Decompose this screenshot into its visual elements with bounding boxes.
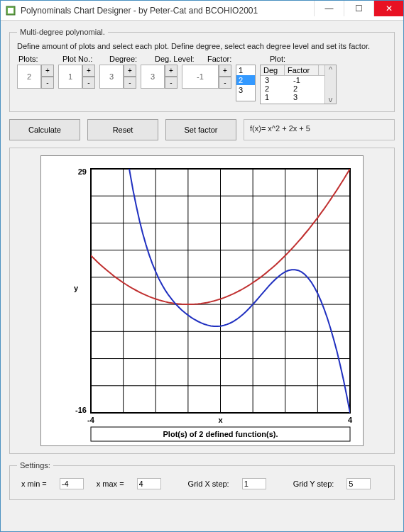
chart-frame: 29-16y-44xPlot(s) of 2 defined function(… xyxy=(9,148,395,454)
table-scrollbar[interactable]: ^v xyxy=(324,65,336,104)
factor-up-button[interactable]: + xyxy=(219,65,231,77)
deglevel-down-button[interactable]: - xyxy=(165,77,178,89)
plots-down-button[interactable]: - xyxy=(41,77,54,89)
app-icon xyxy=(5,5,16,16)
fx-display: f(x)= x^2 + 2x + 5 xyxy=(244,119,395,140)
plots-input[interactable] xyxy=(17,65,41,89)
degree-down-button[interactable]: - xyxy=(124,77,136,89)
plot-item-2[interactable]: 2 xyxy=(236,75,255,85)
client-area: Multi-degree polynomial. Define amount o… xyxy=(1,21,403,531)
window-title: Polynominals Chart Designer - by Peter-C… xyxy=(21,6,314,16)
app-window: Polynominals Chart Designer - by Peter-C… xyxy=(0,0,404,532)
plots-up-button[interactable]: + xyxy=(41,65,54,77)
xmin-input[interactable] xyxy=(60,478,84,489)
gridx-input[interactable] xyxy=(242,478,266,489)
factor-down-button[interactable]: - xyxy=(219,77,231,89)
header-deglevel: Deg. Level: xyxy=(155,55,203,63)
header-degree: Degree: xyxy=(109,55,151,63)
minimize-button[interactable]: — xyxy=(314,1,344,16)
header-factor: Factor: xyxy=(207,55,257,63)
window-controls: — ☐ ✕ xyxy=(314,1,403,20)
svg-text:Plot(s) of 2 defined function(: Plot(s) of 2 defined function(s). xyxy=(163,430,278,438)
xmax-input[interactable] xyxy=(137,478,161,489)
svg-text:4: 4 xyxy=(348,416,353,424)
deglevel-input[interactable] xyxy=(141,65,165,89)
column-headers: Plots: Plot No.: Degree: Deg. Level: Fac… xyxy=(17,55,387,63)
degree-input[interactable] xyxy=(99,65,124,89)
svg-text:-16: -16 xyxy=(75,406,87,414)
maximize-button[interactable]: ☐ xyxy=(344,1,373,16)
xmax-label: x max = xyxy=(97,480,124,488)
svg-text:y: y xyxy=(74,284,79,292)
header-plot: Plot: xyxy=(261,55,285,63)
deglevel-up-button[interactable]: + xyxy=(165,65,178,77)
degtable-header-factor: Factor xyxy=(285,65,319,75)
degree-stepper: + - xyxy=(99,65,136,89)
calculate-button[interactable]: Calculate xyxy=(9,119,80,140)
gridx-label: Grid X step: xyxy=(188,480,229,488)
chart-area: 29-16y-44xPlot(s) of 2 defined function(… xyxy=(40,155,364,446)
plotno-up-button[interactable]: + xyxy=(82,65,95,77)
title-bar: Polynominals Chart Designer - by Peter-C… xyxy=(1,1,403,21)
plotno-input[interactable] xyxy=(58,65,82,89)
settings-panel: Settings: x min = x max = Grid X step: G… xyxy=(9,461,395,500)
gridy-input[interactable] xyxy=(346,478,371,489)
factor-input[interactable] xyxy=(182,65,219,89)
svg-rect-1 xyxy=(8,8,13,13)
plot-item-3[interactable]: 3 xyxy=(236,85,255,95)
deglevel-stepper: + - xyxy=(141,65,178,89)
close-button[interactable]: ✕ xyxy=(373,1,403,16)
instruction-text: Define amount of plots and select each p… xyxy=(17,42,387,50)
plots-stepper: + - xyxy=(17,65,54,89)
header-plotno: Plot No.: xyxy=(62,55,105,63)
svg-text:-4: -4 xyxy=(87,416,95,424)
svg-text:x: x xyxy=(218,416,223,424)
degtable-header-deg: Deg xyxy=(261,65,285,75)
svg-text:29: 29 xyxy=(78,167,87,176)
polynomial-panel: Multi-degree polynomial. Define amount o… xyxy=(9,28,395,112)
controls-row: + - + - + - xyxy=(17,65,387,104)
gridy-label: Grid Y step: xyxy=(293,480,334,488)
plotno-stepper: + - xyxy=(58,65,95,89)
settings-legend: Settings: xyxy=(17,461,53,470)
degree-factor-table: Deg Factor 3 -1 2 2 1 3 ^v xyxy=(260,65,337,104)
header-plots: Plots: xyxy=(18,55,58,63)
reset-button[interactable]: Reset xyxy=(87,119,158,140)
degree-up-button[interactable]: + xyxy=(124,65,136,77)
factor-stepper: + - xyxy=(182,65,231,89)
xmin-label: x min = xyxy=(21,480,47,488)
polynomial-panel-legend: Multi-degree polynomial. xyxy=(17,28,108,36)
plot-item-1[interactable]: 1 xyxy=(236,65,255,75)
plotno-down-button[interactable]: - xyxy=(82,77,95,89)
chart-svg: 29-16y-44xPlot(s) of 2 defined function(… xyxy=(41,156,364,447)
plot-listbox[interactable]: 1 2 3 xyxy=(236,65,256,101)
set-factor-button[interactable]: Set factor xyxy=(165,119,236,140)
action-row: Calculate Reset Set factor f(x)= x^2 + 2… xyxy=(9,119,395,140)
